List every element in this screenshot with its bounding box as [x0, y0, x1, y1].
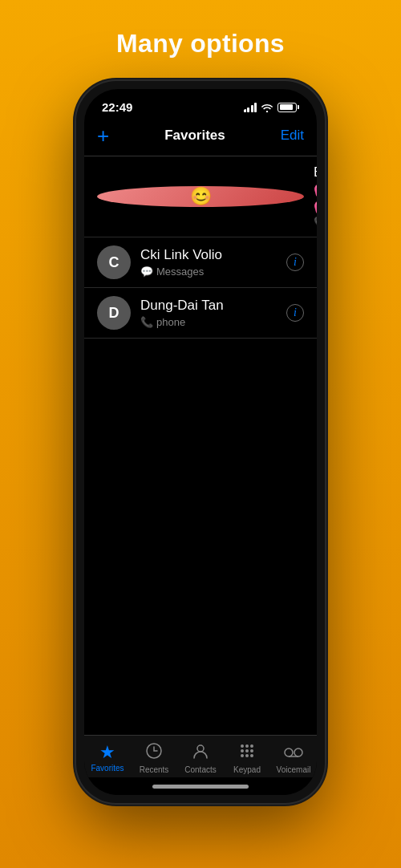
keypad-tab-label: Keypad [233, 765, 261, 774]
contact-info: Em 💕💕💕 📞 other [314, 164, 317, 229]
svg-point-6 [245, 749, 249, 752]
info-button[interactable]: i [286, 254, 304, 271]
svg-point-12 [294, 748, 302, 756]
header-title: Favorites [164, 128, 225, 144]
favorites-list: 😊 Em 💕💕💕 📞 other i C Cki Link Volio [84, 156, 317, 735]
page-title: Many options [116, 29, 285, 59]
svg-point-7 [250, 749, 253, 752]
keypad-tab-icon [238, 742, 256, 763]
svg-point-4 [250, 744, 253, 748]
tab-contacts[interactable]: Contacts [180, 742, 221, 774]
table-row[interactable]: C Cki Link Volio 💬 Messages i [84, 237, 317, 288]
contact-type: 📞 phone [140, 316, 277, 328]
status-time: 22:49 [102, 100, 132, 114]
edit-button[interactable]: Edit [281, 128, 304, 144]
phone-icon: 📞 [140, 316, 153, 328]
voicemail-tab-label: Voicemail [277, 765, 311, 774]
notch [148, 89, 253, 112]
svg-point-8 [241, 754, 244, 757]
tab-voicemail[interactable]: Voicemail [273, 742, 314, 774]
contact-name: Cki Link Volio [140, 247, 277, 263]
tab-favorites[interactable]: ★ Favorites [87, 744, 128, 773]
avatar: C [97, 245, 131, 279]
message-icon: 💬 [140, 266, 153, 278]
contact-info: Dung-Dai Tan 📞 phone [140, 298, 277, 328]
favorites-tab-label: Favorites [91, 764, 124, 773]
phone-shell: 22:49 + Favori [76, 81, 325, 803]
contact-name: Dung-Dai Tan [140, 298, 277, 314]
svg-point-10 [250, 754, 253, 757]
add-favorite-button[interactable]: + [97, 125, 109, 146]
voicemail-tab-icon [283, 742, 304, 763]
tab-bar: ★ Favorites Recents [84, 735, 317, 777]
phone-screen: 22:49 + Favori [84, 89, 317, 795]
contact-name: Em 💕💕💕 [314, 164, 317, 214]
home-indicator [84, 777, 317, 795]
recents-tab-label: Recents [140, 765, 169, 774]
wifi-icon [261, 103, 273, 112]
contact-type: 💬 Messages [140, 266, 277, 278]
avatar: D [97, 296, 131, 330]
table-row[interactable]: 😊 Em 💕💕💕 📞 other i [84, 156, 317, 237]
status-icons [244, 103, 300, 112]
favorites-tab-icon: ★ [99, 744, 115, 761]
home-bar [152, 785, 249, 789]
tab-recents[interactable]: Recents [134, 742, 174, 774]
app-header: + Favorites Edit [84, 119, 317, 156]
svg-point-3 [245, 744, 249, 748]
svg-point-5 [241, 749, 244, 752]
svg-point-2 [241, 744, 244, 748]
contact-info: Cki Link Volio 💬 Messages [140, 247, 277, 278]
phone-icon: 📞 [314, 217, 317, 229]
tab-keypad[interactable]: Keypad [227, 742, 267, 774]
info-button[interactable]: i [286, 304, 304, 322]
svg-point-11 [285, 748, 293, 756]
avatar: 😊 [97, 186, 304, 207]
contacts-tab-icon [192, 742, 209, 763]
contact-type: 📞 other [314, 217, 317, 229]
recents-tab-icon [145, 742, 163, 763]
table-row[interactable]: D Dung-Dai Tan 📞 phone i [84, 288, 317, 339]
svg-point-9 [245, 754, 249, 757]
svg-point-1 [197, 745, 204, 752]
contacts-tab-label: Contacts [184, 765, 216, 774]
battery-icon [277, 103, 299, 112]
